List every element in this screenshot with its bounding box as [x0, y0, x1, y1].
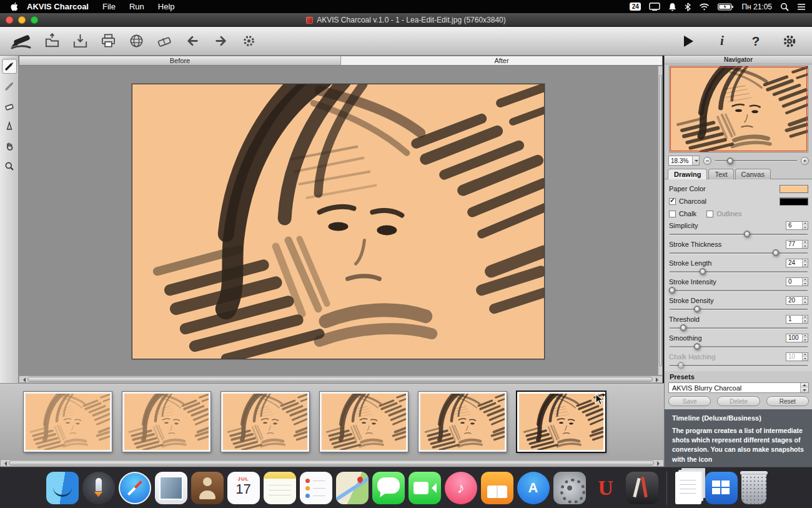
timeline-thumbnail-4[interactable]	[320, 392, 408, 452]
param-slider[interactable]	[670, 231, 808, 238]
dock-itunes-icon[interactable]: ♪	[445, 472, 477, 504]
param-slider-thumb[interactable]	[678, 362, 683, 368]
param-stepper[interactable]	[802, 241, 808, 248]
timeline-thumbnail-5[interactable]	[418, 392, 507, 452]
menu-file[interactable]: File	[102, 2, 116, 11]
print-button[interactable]	[98, 31, 118, 51]
dock-maps-icon[interactable]	[336, 472, 369, 504]
canvas-horizontal-scrollbar[interactable]	[19, 376, 663, 383]
zoom-combo-arrow-icon[interactable]	[692, 156, 699, 165]
param-slider[interactable]	[670, 324, 808, 332]
param-value-input[interactable]: 77	[786, 240, 808, 249]
param-stepper[interactable]	[802, 259, 808, 267]
zoom-in-button[interactable]	[801, 157, 809, 165]
param-slider[interactable]	[670, 249, 808, 257]
param-stepper[interactable]	[802, 316, 808, 323]
param-slider-thumb[interactable]	[700, 269, 706, 274]
param-slider[interactable]	[670, 306, 808, 313]
airplay-display-icon[interactable]	[649, 2, 660, 11]
timeline-thumbnail-6[interactable]	[517, 392, 605, 452]
param-stepper[interactable]	[802, 334, 808, 342]
redo-button[interactable]	[210, 31, 230, 51]
param-slider-thumb[interactable]	[670, 287, 675, 293]
dock-trash-icon[interactable]	[741, 472, 766, 504]
timeline-thumbnail-3[interactable]	[221, 392, 309, 452]
timeline-thumbnail-2[interactable]	[122, 392, 210, 452]
preset-delete-button[interactable]: Delete	[717, 396, 760, 406]
menubar-clock[interactable]: Пн 21:05	[741, 2, 772, 11]
battery-icon[interactable]	[718, 3, 733, 11]
param-stepper[interactable]	[802, 278, 808, 286]
param-stepper[interactable]	[802, 353, 808, 361]
help-button[interactable]: ?	[746, 31, 766, 51]
tab-after[interactable]: After	[341, 56, 662, 65]
dock-app-store-icon[interactable]: A	[517, 472, 550, 504]
param-value-input[interactable]: 20	[786, 296, 808, 305]
param-slider[interactable]	[670, 287, 808, 294]
notification-bell-icon[interactable]	[668, 2, 676, 11]
eraser-button[interactable]	[154, 31, 174, 51]
param-value-input[interactable]: 0	[786, 277, 808, 286]
param-slider[interactable]	[670, 362, 808, 369]
tab-text[interactable]: Text	[708, 169, 733, 179]
dock-facetime-icon[interactable]	[408, 472, 441, 504]
param-stepper[interactable]	[802, 297, 808, 304]
save-image-button[interactable]	[70, 31, 90, 51]
tab-before[interactable]: Before	[19, 56, 341, 65]
dock-reminders-icon[interactable]	[300, 472, 332, 504]
preset-save-button[interactable]: Save	[668, 396, 711, 406]
dock-notes-icon[interactable]	[264, 472, 296, 504]
paper-color-swatch[interactable]	[780, 185, 808, 193]
publish-share-button[interactable]	[126, 31, 146, 51]
wifi-icon[interactable]	[699, 3, 710, 11]
navigator-view-frame[interactable]	[670, 67, 807, 151]
param-slider-thumb[interactable]	[695, 344, 700, 349]
stump-blend-tool[interactable]	[2, 119, 17, 134]
dock-messages-icon[interactable]	[372, 472, 405, 504]
about-info-button[interactable]: i	[712, 31, 732, 51]
input-source-badge[interactable]: 24	[630, 2, 641, 11]
dock-finder-icon[interactable]	[46, 472, 79, 504]
apple-menu-icon[interactable]	[10, 2, 18, 11]
dock-safari-icon[interactable]	[119, 472, 151, 504]
timeline-thumbnail-1[interactable]	[24, 392, 112, 452]
charcoal-color-swatch[interactable]	[780, 197, 808, 206]
dock-launchpad-icon[interactable]	[82, 472, 115, 504]
zoom-tool[interactable]	[2, 159, 17, 174]
menu-run[interactable]: Run	[129, 2, 144, 11]
charcoal-tool[interactable]	[2, 59, 17, 74]
dock-system-preferences-icon[interactable]	[553, 472, 586, 504]
dock-magnet-app-icon[interactable]: U	[590, 472, 622, 504]
param-value-input[interactable]: 24	[786, 259, 808, 267]
dock-mail-icon[interactable]	[155, 472, 187, 504]
zoom-slider[interactable]	[715, 157, 797, 165]
zoom-out-button[interactable]	[703, 157, 711, 165]
dock-calendar-icon[interactable]: JUL17	[227, 472, 260, 504]
param-slider-thumb[interactable]	[744, 231, 750, 237]
param-slider-thumb[interactable]	[773, 250, 779, 256]
param-stepper[interactable]	[802, 222, 808, 229]
undo-button[interactable]	[182, 31, 202, 51]
run-button[interactable]	[678, 31, 698, 51]
tab-drawing[interactable]: Drawing	[668, 169, 707, 179]
notification-center-icon[interactable]	[797, 3, 806, 11]
param-value-input[interactable]: 100	[786, 334, 808, 342]
param-slider-thumb[interactable]	[681, 325, 686, 331]
dock-documents-icon[interactable]	[675, 472, 701, 504]
dock-windows-app-icon[interactable]	[705, 472, 738, 504]
outlines-checkbox[interactable]	[706, 211, 713, 217]
open-image-button[interactable]	[42, 31, 62, 51]
bluetooth-icon[interactable]	[685, 2, 691, 11]
charcoal-image[interactable]	[132, 84, 545, 359]
tab-canvas[interactable]: Canvas	[735, 169, 771, 179]
preset-select[interactable]: AKVIS Blurry Charcoal	[668, 382, 809, 393]
chalk-tool[interactable]	[2, 79, 17, 94]
timeline-scrollbar[interactable]	[0, 459, 664, 467]
param-slider[interactable]	[670, 268, 808, 276]
charcoal-checkbox[interactable]: ✓	[669, 198, 676, 205]
param-slider-thumb[interactable]	[695, 306, 700, 312]
hand-tool[interactable]	[2, 139, 17, 154]
zoom-slider-thumb[interactable]	[727, 158, 733, 164]
chalk-checkbox[interactable]	[669, 211, 676, 217]
preferences-gear-button[interactable]	[780, 31, 800, 51]
